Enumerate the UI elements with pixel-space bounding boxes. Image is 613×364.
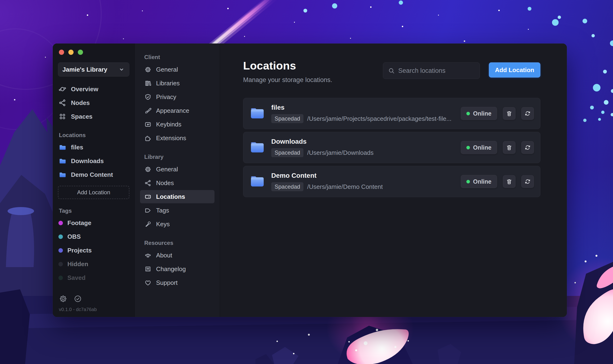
tag-color-dot [58, 262, 63, 266]
check-circle-icon[interactable] [74, 295, 82, 303]
sidebar-location-downloads[interactable]: Downloads [53, 154, 134, 168]
library-selector[interactable]: Jamie's Library [58, 62, 129, 77]
sidebar-location-label: Demo Content [71, 171, 113, 179]
settings-item-support[interactable]: Support [140, 276, 214, 289]
sidebar-tag-projects[interactable]: Projects [53, 244, 134, 257]
library-sidebar: Jamie's Library Overview Nodes Spaces Lo… [53, 43, 135, 317]
location-card-demo-content[interactable]: Demo Content Spacedad /Users/jamie/Demo … [243, 166, 540, 197]
page-title-block: Locations Manage your storage locations. [243, 59, 332, 84]
shield-check-icon [144, 93, 152, 101]
folder-icon [250, 107, 265, 120]
delete-location-button[interactable] [503, 141, 516, 154]
online-dot [466, 112, 470, 115]
heart-icon [144, 279, 152, 286]
key-return-icon [144, 121, 152, 128]
settings-section-resources: Resources About Changelog Support [135, 240, 220, 289]
location-name: Demo Content [271, 172, 461, 179]
online-dot [466, 146, 470, 149]
settings-item-extensions[interactable]: Extensions [140, 131, 214, 145]
trash-icon [506, 178, 512, 185]
sidebar-location-demo-content[interactable]: Demo Content [53, 168, 134, 182]
status-label: Online [473, 144, 492, 151]
settings-item-label: Extensions [156, 134, 186, 142]
settings-item-keys[interactable]: Keys [140, 218, 214, 231]
locations-section-header: Locations [59, 132, 134, 139]
page-subtitle: Manage your storage locations. [243, 76, 332, 84]
trash-icon [506, 110, 512, 117]
search-box [383, 62, 480, 79]
settings-item-label: Changelog [156, 265, 186, 273]
sidebar-location-label: Downloads [71, 157, 104, 165]
search-input[interactable] [398, 67, 475, 75]
tag-color-dot [58, 221, 63, 225]
settings-item-appearance[interactable]: Appearance [140, 104, 214, 117]
sidebar-add-location-button[interactable]: Add Location [58, 186, 129, 199]
settings-item-label: Locations [156, 193, 185, 200]
settings-gear-icon[interactable] [59, 295, 67, 303]
settings-section-header: Resources [135, 240, 220, 246]
squares-four-icon [58, 113, 67, 120]
gear-icon [144, 66, 152, 73]
settings-item-label: Keybinds [156, 121, 181, 128]
settings-item-label: Keys [156, 221, 170, 228]
settings-item-label: General [156, 166, 178, 173]
flying-saucer-icon [144, 252, 152, 259]
rescan-location-button[interactable] [521, 175, 534, 188]
settings-item-label: Appearance [156, 107, 189, 114]
settings-section-client: Client General Libraries Privacy Appeara… [135, 54, 220, 145]
minimize-window-button[interactable] [68, 50, 74, 55]
settings-item-label: Support [156, 279, 178, 286]
sidebar-item-label: Overview [71, 86, 98, 93]
tag-label: Hidden [67, 260, 88, 268]
zoom-window-button[interactable] [78, 50, 83, 55]
folder-icon [250, 175, 265, 188]
rescan-location-button[interactable] [521, 107, 534, 120]
node-badge: Spacedad [271, 148, 303, 157]
sidebar-tag-hidden[interactable]: Hidden [53, 257, 134, 271]
sidebar-location-files[interactable]: files [53, 140, 134, 154]
location-card-downloads[interactable]: Downloads Spacedad /Users/jamie/Download… [243, 132, 540, 163]
rescan-location-button[interactable] [521, 141, 534, 154]
folder-icon [58, 171, 67, 179]
share-network-icon [58, 99, 67, 107]
sidebar-item-overview[interactable]: Overview [53, 82, 134, 96]
close-window-button[interactable] [59, 50, 64, 55]
search-icon [388, 67, 395, 74]
location-path: /Users/jamie/Downloads [307, 149, 373, 156]
arrows-clockwise-icon [524, 178, 531, 185]
library-selector-label: Jamie's Library [62, 66, 107, 73]
delete-location-button[interactable] [503, 107, 516, 120]
sidebar-item-label: Spaces [71, 113, 93, 120]
settings-item-library-nodes[interactable]: Nodes [140, 176, 214, 190]
folder-icon [58, 157, 67, 165]
settings-item-keybinds[interactable]: Keybinds [140, 118, 214, 131]
settings-item-label: Privacy [156, 93, 176, 101]
sidebar-tag-obs[interactable]: OBS [53, 230, 134, 244]
sidebar-item-spaces[interactable]: Spaces [53, 110, 134, 123]
share-network-icon [144, 179, 152, 187]
settings-item-locations[interactable]: Locations [140, 190, 214, 203]
gear-icon [144, 166, 152, 173]
online-dot [466, 180, 470, 183]
settings-item-label: Tags [156, 207, 169, 214]
sidebar-tag-footage[interactable]: Footage [53, 216, 134, 230]
add-location-button[interactable]: Add Location [489, 62, 540, 78]
status-badge: Online [461, 175, 497, 188]
settings-item-about[interactable]: About [140, 249, 214, 262]
key-icon [144, 221, 152, 228]
sidebar-nav: Overview Nodes Spaces [53, 82, 134, 123]
settings-item-library-general[interactable]: General [140, 163, 214, 176]
folder-icon [250, 141, 265, 154]
delete-location-button[interactable] [503, 175, 516, 188]
location-card-files[interactable]: files Spacedad /Users/jamie/Projects/spa… [243, 98, 540, 129]
settings-item-privacy[interactable]: Privacy [140, 90, 214, 104]
settings-item-changelog[interactable]: Changelog [140, 262, 214, 276]
location-name: Downloads [271, 138, 461, 145]
tags-section-header: Tags [59, 208, 134, 214]
settings-item-client-general[interactable]: General [140, 63, 214, 76]
settings-item-libraries[interactable]: Libraries [140, 77, 214, 90]
sidebar-item-nodes[interactable]: Nodes [53, 96, 134, 110]
status-badge: Online [461, 107, 497, 120]
settings-item-tags[interactable]: Tags [140, 204, 214, 217]
sidebar-tag-saved[interactable]: Saved [53, 271, 134, 285]
